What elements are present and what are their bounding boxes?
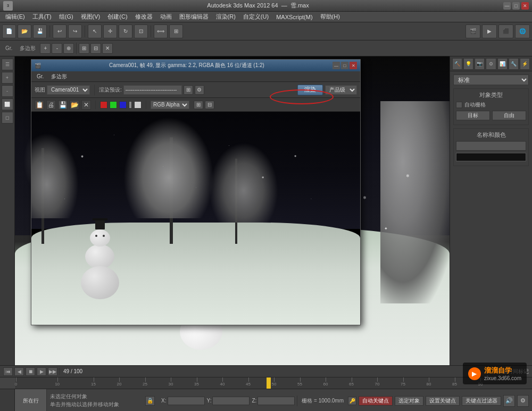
material-editor-btn[interactable]: ⬛ (498, 24, 513, 38)
viewport-select[interactable]: Camera001 (47, 85, 90, 95)
settings-btn[interactable]: ⚙ (517, 395, 529, 407)
save-btn[interactable]: 💾 (33, 24, 47, 38)
tb2-btn5[interactable]: ⊟ (90, 43, 101, 54)
redo-btn[interactable]: ↪ (68, 24, 82, 38)
rp-btn5[interactable]: 📊 (497, 58, 508, 70)
target-btn[interactable]: 目标 (456, 111, 490, 120)
move-btn[interactable]: ✛ (103, 24, 117, 38)
display-btn2[interactable]: ⊟ (205, 101, 214, 109)
rct-btn2[interactable]: 🖨 (46, 100, 56, 110)
lp-btn1[interactable]: ☰ (2, 59, 13, 70)
render-btn[interactable]: ▶ (482, 24, 497, 38)
sound-btn[interactable]: 🔊 (503, 395, 515, 407)
mirror-btn[interactable]: ⟺ (154, 24, 168, 38)
lp-btn5[interactable]: ◻ (2, 112, 13, 124)
tb2-btn1[interactable]: + (40, 43, 51, 54)
align-btn[interactable]: ⊞ (169, 24, 183, 38)
rotate-btn[interactable]: ↻ (119, 24, 132, 38)
rct-btn1[interactable]: 📋 (35, 100, 44, 110)
menu-help[interactable]: 帮助(H) (317, 12, 343, 22)
color-blue[interactable] (119, 101, 127, 109)
close-btn[interactable]: ✕ (521, 2, 529, 10)
menu-graph-editor[interactable]: 图形编辑器 (176, 12, 212, 22)
preset-btn1[interactable]: ⊞ (184, 85, 193, 95)
rp-btn7[interactable]: ⚡ (520, 58, 530, 70)
menu-modifier[interactable]: 修改器 (132, 12, 156, 22)
menu-edit[interactable]: 编辑(E) (2, 12, 28, 22)
preset-input[interactable] (123, 85, 182, 95)
timeline-ruler[interactable]: 0 10 15 20 25 30 35 40 45 50 55 60 (16, 377, 532, 389)
y-input[interactable] (212, 397, 250, 405)
menu-render[interactable]: 渲染(R) (213, 12, 239, 22)
lp-btn4[interactable]: ⬜ (2, 98, 13, 110)
render-type-dropdown[interactable]: 标准 (453, 75, 529, 85)
prev-frame-btn[interactable]: ◀ (14, 367, 24, 376)
render-type-select[interactable]: 产品级 (325, 85, 357, 95)
key-filter-btn[interactable]: 关键点过滤器 (462, 396, 501, 406)
menu-group[interactable]: 组(G) (56, 12, 77, 22)
render-menu-polygon[interactable]: 多边形 (48, 72, 70, 81)
render-menu-gr[interactable]: Gr. (34, 73, 47, 80)
menu-create[interactable]: 创建(C) (104, 12, 130, 22)
minimize-btn[interactable]: — (503, 2, 511, 10)
rct-btn4[interactable]: 📂 (70, 100, 79, 110)
selected-key-btn[interactable]: 选定对象 (395, 396, 423, 406)
lp-btn2[interactable]: + (2, 72, 13, 84)
menu-tools[interactable]: 工具(T) (29, 12, 55, 22)
auto-key-btn[interactable]: 自动关键点 (359, 396, 393, 406)
rct-btn3[interactable]: 💾 (58, 100, 68, 110)
channel-select[interactable]: RGB Alpha (151, 101, 189, 109)
set-key-btn[interactable]: 设置关键点 (426, 396, 460, 406)
next-frame-btn[interactable]: ▶▶ (48, 367, 57, 376)
color-green[interactable] (110, 101, 117, 109)
preset-btn2[interactable]: ⚙ (195, 85, 204, 95)
rp-btn4[interactable]: ⚙ (486, 58, 496, 70)
window-controls[interactable]: — □ ✕ (503, 2, 529, 10)
menu-maxscript[interactable]: MAXScript(M) (273, 13, 315, 21)
playhead[interactable] (267, 377, 271, 389)
render-execute-btn[interactable]: 渲染 (297, 85, 323, 95)
tb2-btn2[interactable]: - (52, 43, 62, 54)
lp-btn3[interactable]: - (2, 85, 13, 97)
viewport[interactable]: ❄ · ❄ · ✦ ❄ ✦ ✦ ❄ · 🎬 Camera001, 帧 49, 显… (15, 56, 450, 365)
rp-btn1[interactable]: 🔨 (452, 58, 462, 70)
tb2-btn6[interactable]: ✕ (102, 43, 113, 54)
render-minimize-btn[interactable]: — (332, 62, 340, 69)
render-close-btn[interactable]: ✕ (350, 62, 357, 69)
render-setup-btn[interactable]: 🎬 (466, 24, 480, 38)
stop-btn[interactable]: ⏹ (26, 367, 35, 376)
tb2-btn3[interactable]: ⊕ (63, 43, 74, 54)
color-red[interactable] (100, 101, 107, 109)
timeline-bar[interactable]: 0 10 15 20 25 30 35 40 45 50 55 60 (0, 377, 532, 389)
rp-btn2[interactable]: 💡 (463, 58, 473, 70)
z-input[interactable] (257, 397, 295, 405)
tb2-btn4[interactable]: ⊞ (79, 43, 89, 54)
color-white[interactable] (134, 101, 142, 109)
menu-view[interactable]: 视图(V) (78, 12, 104, 22)
undo-btn[interactable]: ↩ (53, 24, 66, 38)
new-btn[interactable]: 📄 (2, 24, 16, 38)
x-input[interactable] (168, 397, 205, 405)
menu-animation[interactable]: 动画 (157, 12, 175, 22)
play-btn[interactable]: ⏮ (3, 367, 13, 376)
menu-customize[interactable]: 自定义(U) (240, 12, 272, 22)
render-window-controls[interactable]: — □ ✕ (332, 62, 357, 69)
rct-btn5[interactable]: ✕ (81, 100, 91, 110)
lock-icon[interactable]: 🔒 (145, 396, 155, 406)
rp-btn3[interactable]: 📷 (475, 58, 485, 70)
render-maximize-btn[interactable]: □ (341, 62, 348, 69)
environment-btn[interactable]: 🌐 (515, 24, 530, 38)
key-icon[interactable]: 🔑 (348, 397, 356, 405)
open-btn[interactable]: 📂 (18, 24, 31, 38)
select-btn[interactable]: ↖ (88, 24, 102, 38)
color-swatch[interactable] (456, 153, 526, 161)
display-btn1[interactable]: ⊞ (194, 101, 203, 109)
free-btn[interactable]: 自由 (492, 111, 526, 120)
rp-btn6[interactable]: 🔧 (509, 58, 519, 70)
scale-btn[interactable]: ⊡ (134, 24, 148, 38)
play-fwd-btn[interactable]: ▶ (37, 367, 46, 376)
name-input[interactable] (456, 141, 526, 151)
maximize-btn[interactable]: □ (512, 2, 520, 10)
auto-grid-checkbox[interactable] (456, 102, 462, 108)
render-window[interactable]: 🎬 Camera001, 帧 49, 显示 gamma: 2.2, RGBA 颜… (31, 59, 361, 325)
